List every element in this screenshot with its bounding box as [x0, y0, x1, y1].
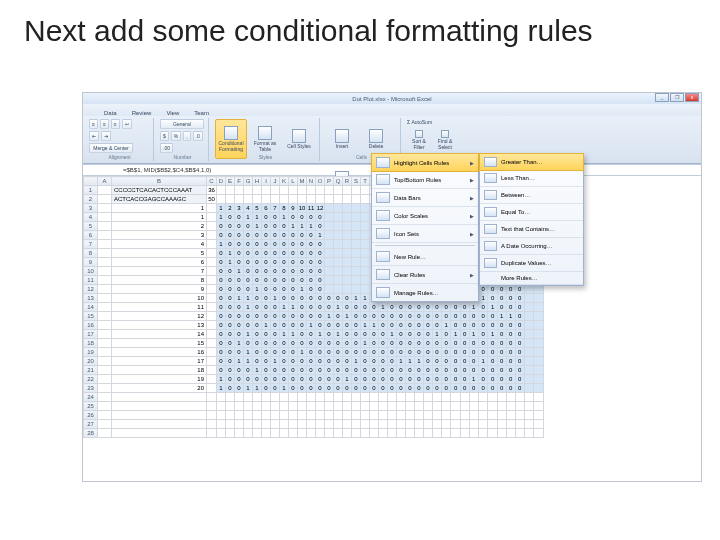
col-header[interactable]: M	[298, 177, 307, 186]
tab-review[interactable]: Review	[129, 109, 155, 116]
submenu-between[interactable]: Between…	[480, 187, 583, 204]
tab-team[interactable]: Team	[191, 109, 212, 116]
cell-styles-button[interactable]: Cell Styles	[283, 119, 315, 159]
submenu-arrow-icon: ▶	[470, 160, 474, 166]
excel-window: Dot Plot.xlsx - Microsoft Excel _ ❐ x Da…	[82, 92, 702, 482]
duplicate-icon	[484, 258, 497, 268]
delete-icon	[369, 129, 383, 143]
col-header[interactable]: B	[112, 177, 207, 186]
find-icon	[441, 130, 449, 138]
slide-title: Next add some conditional formatting rul…	[0, 0, 720, 56]
menu-top-bottom-rules[interactable]: Top/Bottom Rules ▶	[372, 171, 478, 189]
group-styles-label: Styles	[215, 154, 316, 160]
text-contains-icon	[484, 224, 497, 234]
minimize-button[interactable]: _	[655, 93, 669, 102]
sort-filter-button[interactable]: Sort & Filter	[407, 126, 431, 154]
submenu-text-contains[interactable]: Text that Contains…	[480, 221, 583, 238]
col-header[interactable]: R	[343, 177, 352, 186]
highlight-cells-submenu: Greater Than… Less Than… Between… Equal …	[479, 153, 584, 286]
autosum-button[interactable]: Σ AutoSum	[407, 119, 432, 125]
col-header[interactable]: Q	[334, 177, 343, 186]
highlight-cells-icon	[376, 157, 390, 168]
insert-icon	[335, 129, 349, 143]
clear-rules-icon	[376, 269, 390, 280]
inc-decimal-button[interactable]: .0	[193, 131, 203, 141]
icon-sets-icon	[376, 228, 390, 239]
insert-cells-button[interactable]: Insert	[326, 119, 358, 159]
menu-data-bars[interactable]: Data Bars ▶	[372, 189, 478, 207]
col-header[interactable]: P	[325, 177, 334, 186]
number-format-select[interactable]: General	[160, 119, 204, 129]
submenu-equal-to[interactable]: Equal To…	[480, 204, 583, 221]
window-title: Dot Plot.xlsx - Microsoft Excel	[352, 96, 431, 102]
col-header[interactable]: G	[244, 177, 253, 186]
dec-decimal-button[interactable]: .00	[160, 143, 173, 153]
col-header[interactable]: H	[253, 177, 262, 186]
align-right-button[interactable]: ≡	[111, 119, 120, 129]
submenu-duplicate-values[interactable]: Duplicate Values…	[480, 255, 583, 272]
col-header[interactable]: C	[207, 177, 217, 186]
col-header[interactable]: A	[98, 177, 112, 186]
group-number-label: Number	[160, 154, 205, 160]
format-as-table-button[interactable]: Format as Table	[249, 119, 281, 159]
equal-to-icon	[484, 207, 497, 217]
merge-center-button[interactable]: Merge & Center	[89, 143, 133, 153]
indent-dec-button[interactable]: ⇤	[89, 131, 99, 141]
manage-rules-icon	[376, 287, 390, 298]
less-than-icon	[484, 173, 497, 183]
currency-button[interactable]: $	[160, 131, 169, 141]
window-titlebar: Dot Plot.xlsx - Microsoft Excel _ ❐ x	[83, 93, 701, 104]
top-bottom-icon	[376, 174, 390, 185]
cell-styles-icon	[292, 129, 306, 143]
col-header[interactable]: F	[235, 177, 244, 186]
col-header[interactable]: L	[289, 177, 298, 186]
find-select-button[interactable]: Find & Select	[433, 126, 457, 154]
menu-clear-rules[interactable]: Clear Rules ▶	[372, 266, 478, 284]
tab-data[interactable]: Data	[101, 109, 120, 116]
align-center-button[interactable]: ≡	[100, 119, 109, 129]
formula-input[interactable]: =$B$1, MID($B$2,$C4,$B$4,1,0)	[119, 167, 211, 173]
col-header[interactable]: S	[352, 177, 361, 186]
menu-color-scales[interactable]: Color Scales ▶	[372, 207, 478, 225]
group-alignment-label: Alignment	[89, 154, 150, 160]
comma-button[interactable]: ,	[183, 131, 190, 141]
sort-icon	[415, 130, 423, 138]
date-icon	[484, 241, 497, 251]
col-header[interactable]: K	[280, 177, 289, 186]
new-rule-icon	[376, 251, 390, 262]
submenu-less-than[interactable]: Less Than…	[480, 170, 583, 187]
col-header[interactable]: J	[271, 177, 280, 186]
col-header[interactable]: T	[361, 177, 370, 186]
percent-button[interactable]: %	[171, 131, 181, 141]
menu-new-rule[interactable]: New Rule…	[372, 248, 478, 266]
col-header[interactable]: O	[316, 177, 325, 186]
tab-view[interactable]: View	[163, 109, 182, 116]
between-icon	[484, 190, 497, 200]
wrap-text-button[interactable]: ↩	[122, 119, 132, 129]
indent-inc-button[interactable]: ⇥	[101, 131, 111, 141]
col-header[interactable]: N	[307, 177, 316, 186]
ribbon-tabs: Data Review View Team	[83, 104, 701, 116]
menu-highlight-cells-rules[interactable]: Highlight Cells Rules ▶	[371, 153, 479, 172]
menu-icon-sets[interactable]: Icon Sets ▶	[372, 225, 478, 243]
row-header[interactable]: 1	[84, 186, 98, 195]
submenu-greater-than[interactable]: Greater Than…	[479, 153, 584, 171]
conditional-formatting-icon	[224, 126, 238, 140]
maximize-button[interactable]: ❐	[670, 93, 684, 102]
greater-than-icon	[484, 157, 497, 167]
conditional-formatting-menu: Highlight Cells Rules ▶ Top/Bottom Rules…	[371, 153, 479, 302]
close-button[interactable]: x	[685, 93, 699, 102]
col-header[interactable]: D	[217, 177, 226, 186]
submenu-more-rules[interactable]: More Rules…	[480, 272, 583, 285]
color-scales-icon	[376, 210, 390, 221]
data-bars-icon	[376, 192, 390, 203]
col-header[interactable]: E	[226, 177, 235, 186]
conditional-formatting-button[interactable]: Conditional Formatting	[215, 119, 247, 159]
format-as-table-icon	[258, 126, 272, 140]
col-header[interactable]: I	[262, 177, 271, 186]
submenu-date-occurring[interactable]: A Date Occurring…	[480, 238, 583, 255]
align-left-button[interactable]: ≡	[89, 119, 98, 129]
menu-manage-rules[interactable]: Manage Rules…	[372, 284, 478, 301]
